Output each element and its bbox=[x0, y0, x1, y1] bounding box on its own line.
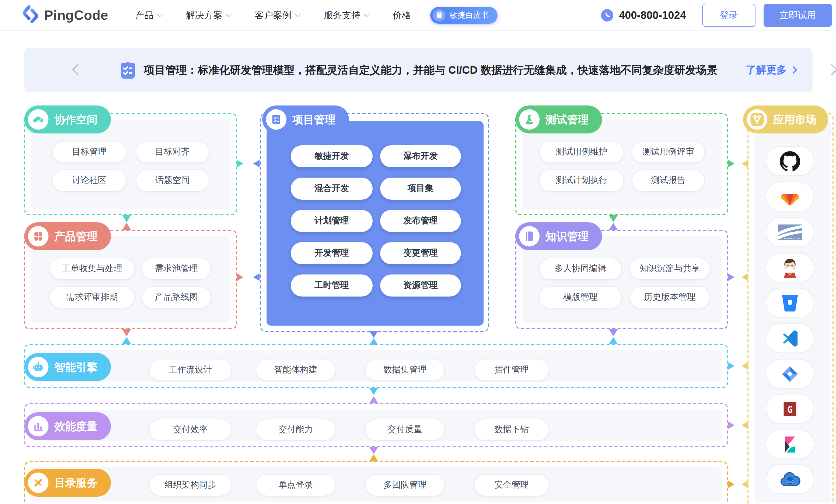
section-ai-engine-header: 智能引擎 bbox=[24, 353, 111, 381]
app-gitlab-icon bbox=[766, 182, 814, 212]
feature-pill: 混合开发 bbox=[291, 178, 373, 200]
nav-item-solutions[interactable]: 解决方案 bbox=[186, 9, 231, 21]
main-menu: 产品 解决方案 客户案例 服务支持 价格 bbox=[135, 9, 411, 21]
connector-arrow-left bbox=[253, 273, 260, 281]
section-collab-space-header: 协作空间 bbox=[24, 105, 111, 134]
navbar-right: 400-800-1024 登录 立即试用 bbox=[601, 3, 832, 27]
connector-arrow-right bbox=[728, 362, 735, 370]
feature-pill: 工作流设计 bbox=[149, 359, 231, 381]
feature-pill: 敏捷开发 bbox=[291, 145, 373, 167]
app-github-icon bbox=[766, 147, 814, 176]
app-subversion-icon: SUBVERSION bbox=[766, 217, 814, 247]
project-checklist-icon bbox=[266, 109, 286, 130]
feature-pill: 需求池管理 bbox=[141, 258, 211, 280]
connector-arrow-left bbox=[741, 362, 748, 370]
connector-arrow-up bbox=[369, 454, 378, 461]
connector-arrow-down bbox=[369, 447, 378, 454]
feature-pill: 开发管理 bbox=[291, 242, 373, 264]
chevron-down-icon bbox=[295, 11, 301, 17]
feature-pill: 目标对齐 bbox=[135, 141, 209, 163]
handshake-icon bbox=[28, 109, 49, 130]
feature-pill: 资源管理 bbox=[380, 274, 461, 296]
connector-arrow-left bbox=[741, 421, 748, 429]
learn-more-link[interactable]: 了解更多 bbox=[746, 48, 796, 92]
feature-pill: 交付能力 bbox=[256, 419, 336, 441]
pingcode-logo-icon bbox=[21, 5, 39, 25]
feature-pill: 单点登录 bbox=[256, 474, 336, 496]
feature-pill: 数据下钻 bbox=[474, 419, 549, 441]
svg-text:SUBVERSION: SUBVERSION bbox=[780, 237, 800, 239]
phone-number[interactable]: 400-800-1024 bbox=[601, 9, 686, 21]
bar-chart-icon bbox=[28, 416, 49, 437]
connector-arrow-right bbox=[237, 273, 243, 281]
connector-arrow-down bbox=[369, 388, 378, 395]
nav-item-support[interactable]: 服务支持 bbox=[324, 9, 369, 21]
login-button[interactable]: 登录 bbox=[702, 3, 756, 27]
connector-arrow-down bbox=[609, 215, 618, 222]
connector-arrow-left bbox=[741, 273, 748, 281]
connector-arrow-up bbox=[609, 337, 618, 344]
chevron-right-icon bbox=[790, 66, 797, 74]
nav-item-cases[interactable]: 客户案例 bbox=[255, 9, 300, 21]
app-kibana-icon bbox=[766, 429, 814, 459]
clover-icon bbox=[28, 226, 49, 247]
feature-pill: 测试计划执行 bbox=[539, 170, 624, 192]
app-gerrit-icon: G bbox=[766, 394, 814, 424]
feature-pill: 目标管理 bbox=[52, 141, 126, 163]
connector-arrow-right bbox=[728, 481, 735, 488]
nav-item-pricing[interactable]: 价格 bbox=[393, 9, 411, 21]
feature-pill: 知识沉淀与共享 bbox=[629, 258, 710, 280]
section-app-marketplace-header: 应用市场 bbox=[743, 105, 828, 134]
feature-pill: 变更管理 bbox=[380, 242, 461, 264]
feature-pill: 需求评审排期 bbox=[50, 286, 135, 308]
connector-arrow-left bbox=[253, 160, 260, 167]
connector-arrow-down bbox=[609, 329, 618, 336]
feature-pill: 工时管理 bbox=[291, 274, 373, 296]
nav-item-product[interactable]: 产品 bbox=[135, 9, 162, 21]
section-product-management: 产品管理 工单收集与处理 需求池管理 需求评审排期 产品路线图 bbox=[24, 230, 237, 329]
feature-pill: 安全管理 bbox=[474, 474, 549, 496]
robot-icon bbox=[28, 357, 49, 377]
feature-pill: 组织架构同步 bbox=[149, 474, 231, 496]
section-performance-metrics-header: 效能度量 bbox=[24, 412, 111, 440]
checklist-icon bbox=[119, 61, 136, 81]
connector-arrow-left bbox=[741, 160, 748, 167]
section-performance-metrics: 效能度量 交付效率 交付能力 交付质量 数据下钻 bbox=[24, 403, 728, 447]
feature-pill: 插件管理 bbox=[474, 359, 549, 381]
feature-pill: 多团队管理 bbox=[365, 474, 445, 496]
section-directory-service: 目录服务 组织架构同步 单点登录 多团队管理 安全管理 bbox=[24, 461, 728, 504]
top-navbar: PingCode 产品 解决方案 客户案例 服务支持 价格 敏捷白皮书 400-… bbox=[0, 0, 836, 30]
feature-pill: 模版管理 bbox=[539, 286, 622, 308]
feature-pill: 测试用例评审 bbox=[632, 141, 705, 163]
whitepaper-button[interactable]: 敏捷白皮书 bbox=[430, 7, 497, 23]
connector-arrow-up bbox=[369, 338, 378, 345]
feature-pill: 工单收集与处理 bbox=[50, 258, 135, 280]
feature-pill: 数据集管理 bbox=[365, 359, 445, 381]
flask-icon bbox=[519, 109, 539, 130]
app-bitbucket-icon bbox=[766, 288, 814, 317]
section-knowledge-management-header: 知识管理 bbox=[515, 222, 602, 250]
chevron-down-icon bbox=[157, 11, 163, 17]
pingcode-logo[interactable]: PingCode bbox=[21, 5, 108, 25]
connector-arrow-up bbox=[369, 396, 378, 403]
connector-arrow-right bbox=[728, 160, 735, 167]
banner-next-button[interactable] bbox=[826, 64, 836, 75]
feature-pill: 交付质量 bbox=[365, 419, 445, 441]
feature-pill: 瀑布开发 bbox=[380, 145, 461, 167]
phone-icon bbox=[601, 9, 614, 21]
connector-arrow-left bbox=[741, 481, 748, 488]
chevron-down-icon bbox=[364, 11, 370, 17]
feature-pill: 智能体构建 bbox=[256, 359, 336, 381]
feature-pill: 发布管理 bbox=[380, 210, 461, 232]
app-vscode-icon bbox=[766, 324, 814, 353]
section-knowledge-management: 知识管理 多人协同编辑 知识沉淀与共享 模版管理 历史版本管理 bbox=[515, 230, 728, 329]
feature-pill: 历史版本管理 bbox=[629, 286, 710, 308]
try-now-button[interactable]: 立即试用 bbox=[764, 3, 832, 27]
banner-prev-button[interactable] bbox=[72, 64, 83, 75]
connector-arrow-right bbox=[728, 273, 735, 281]
tools-icon bbox=[28, 472, 49, 493]
feature-pill: 话题空间 bbox=[135, 170, 209, 192]
section-project-management-header: 项目管理 bbox=[262, 105, 349, 134]
connector-arrow-down bbox=[369, 331, 378, 338]
connector-arrow-up bbox=[609, 223, 618, 230]
